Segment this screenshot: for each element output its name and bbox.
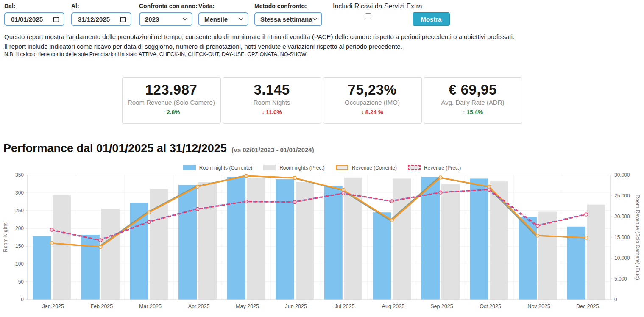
legend-swatch-bar: [263, 165, 276, 170]
y-axis-left-tick-label: 150: [15, 243, 24, 249]
revenue-current-marker: [439, 176, 442, 179]
kpi-value: 123.987: [123, 82, 220, 97]
legend-label: Revenue (Prec.): [424, 165, 461, 171]
legend-item-room-nights-prec[interactable]: Room nights (Prec.): [263, 165, 325, 171]
arrow-down-icon: ↓: [262, 109, 265, 115]
vista-label: Vista:: [198, 3, 248, 9]
revenue-current-marker: [50, 242, 53, 245]
revenue-previous-marker: [342, 192, 345, 195]
filter-metodo-confronto: Metodo confronto: Stessa settimana: [254, 3, 322, 26]
bar-room-nights-current: [130, 203, 148, 300]
revenue-previous-marker: [196, 208, 199, 211]
performance-chart: 05010015020025030035005.00010.00015.0002…: [0, 172, 644, 317]
legend-swatch-line: [408, 165, 421, 170]
kpi-delta-value: 15.4%: [467, 109, 483, 115]
y-axis-right-tick-label: 25.000: [614, 193, 630, 199]
report-description-line2: Il report include indicatori come ricavo…: [4, 43, 402, 50]
x-axis-month-label: Jun 2025: [285, 303, 307, 309]
filter-bar: Dal: 01/01/2025 Al: 31/12/2025 Confronta…: [0, 0, 644, 31]
calendar-icon[interactable]: [53, 16, 59, 22]
y-axis-right-tick-label: 10.000: [614, 255, 630, 261]
x-axis-month-label: Sep 2025: [430, 303, 453, 309]
legend-item-revenue-corrente[interactable]: Revenue (Corrente): [336, 165, 397, 171]
metodo-confronto-select[interactable]: Stessa settimana: [254, 12, 322, 26]
bar-room-nights-current: [470, 178, 488, 300]
y-axis-right-tick-label: 30.000: [614, 172, 630, 178]
bar-room-nights-previous: [587, 205, 605, 300]
filter-confronta-anno: Confronta con anno: 2023: [139, 3, 198, 26]
revenue-current-marker: [99, 245, 102, 249]
chevron-down-icon: [312, 18, 317, 21]
revenue-previous-marker: [50, 228, 53, 232]
x-axis-month-label: Oct 2025: [480, 303, 501, 309]
revenue-previous-marker: [148, 220, 151, 224]
y-axis-left-tick-label: 50: [18, 279, 24, 285]
revenue-current-marker: [293, 176, 296, 180]
filter-al: Al: 31/12/2025: [71, 3, 131, 26]
x-axis-month-label: May 2025: [236, 303, 259, 309]
kpi-value: 75,23%: [323, 82, 421, 97]
confronta-anno-select[interactable]: 2023: [139, 12, 192, 26]
page-title: Performance dal 01/01/2025 al 31/12/2025: [3, 142, 227, 155]
kpi-delta-value: 11.0%: [266, 109, 282, 115]
y-axis-right-tick-label: 5.000: [614, 276, 627, 282]
vista-value: Mensile: [204, 16, 228, 23]
dal-label: Dal:: [4, 3, 64, 9]
revenue-current-marker: [342, 188, 345, 192]
bar-room-nights-current: [227, 177, 245, 300]
chevron-down-icon: [239, 18, 243, 21]
performance-chart-section: Room nights (Corrente)Room nights (Prec.…: [0, 164, 644, 317]
al-date-input[interactable]: 31/12/2025: [71, 12, 131, 26]
revenue-current-marker: [245, 174, 248, 178]
dal-date-input[interactable]: 01/01/2025: [4, 12, 64, 26]
kpi-label: Room Nights: [223, 99, 321, 106]
y-axis-right-tick-label: 20.000: [614, 214, 630, 220]
dal-date-value: 01/01/2025: [11, 16, 43, 23]
calendar-icon[interactable]: [120, 16, 126, 22]
revenue-previous-marker: [99, 239, 102, 242]
y-axis-left-tick-label: 300: [15, 190, 24, 196]
al-date-value: 31/12/2025: [78, 16, 110, 23]
y-axis-right-title: Room Revenue (Solo Camere) (Euro): [635, 195, 641, 280]
revenue-previous-marker: [488, 188, 491, 192]
x-axis-month-label: Jul 2025: [335, 303, 354, 309]
y-axis-left-tick-label: 250: [15, 208, 24, 214]
vista-select[interactable]: Mensile: [198, 12, 248, 26]
x-axis-month-label: Mar 2025: [139, 303, 162, 309]
bar-room-nights-previous: [393, 178, 411, 300]
x-axis-month-label: Jan 2025: [42, 303, 64, 309]
legend-swatch-line: [336, 165, 348, 170]
y-axis-right-tick-label: 15.000: [614, 234, 630, 240]
revenue-current-marker: [536, 234, 539, 237]
bar-room-nights-current: [373, 212, 391, 300]
kpi-card-room-nights: 3.145 Room Nights ↓11.0%: [223, 77, 321, 124]
legend-label: Room nights (Prec.): [279, 165, 325, 171]
confronta-anno-label: Confronta con anno:: [139, 3, 198, 9]
bar-room-nights-previous: [198, 182, 217, 300]
revenue-current-marker: [585, 236, 588, 239]
comparison-period: (vs 02/01/2023 - 01/01/2024): [231, 146, 314, 153]
revenue-previous-marker: [585, 213, 588, 216]
arrow-up-icon: ↑: [163, 109, 166, 115]
kpi-label: Occupazione (IMO): [323, 99, 421, 106]
legend-item-room-nights-corrente[interactable]: Room nights (Corrente): [183, 165, 252, 171]
bar-room-nights-previous: [247, 178, 265, 300]
bar-room-nights-current: [519, 217, 537, 300]
kpi-delta-value: 8.24 %: [365, 109, 383, 115]
bar-room-nights-previous: [53, 195, 71, 300]
kpi-value: 3.145: [223, 82, 321, 97]
kpi-card-occupazione: 75,23% Occupazione (IMO) ↓8.24 %: [323, 77, 422, 124]
filter-vista: Vista: Mensile: [198, 3, 248, 26]
y-axis-left-title: Room Nights: [3, 222, 8, 252]
kpi-card-room-revenue: 123.987 Room Revenue (Solo Camere) ↑2.8%: [122, 77, 221, 124]
legend-item-revenue-prec[interactable]: Revenue (Prec.): [408, 165, 461, 171]
includi-ricavi-checkbox[interactable]: [365, 13, 371, 19]
bar-room-nights-previous: [101, 209, 120, 300]
confronta-anno-value: 2023: [145, 16, 159, 23]
x-axis-month-label: Feb 2025: [90, 303, 113, 309]
revenue-current-marker: [148, 211, 151, 214]
mostra-button[interactable]: Mostra: [413, 12, 450, 26]
revenue-previous-marker: [293, 200, 296, 204]
kpi-delta: ↑2.8%: [123, 109, 220, 115]
y-axis-left-tick-label: 100: [15, 261, 24, 267]
